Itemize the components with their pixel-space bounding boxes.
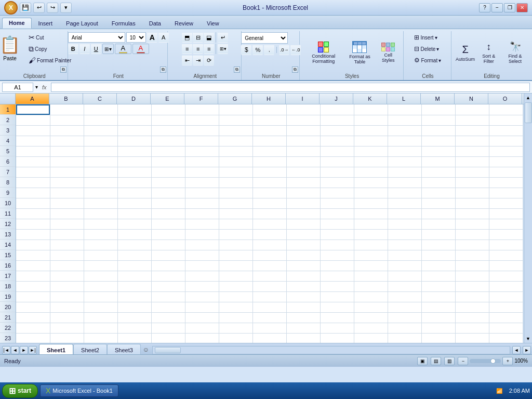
cell-G23[interactable] [219, 333, 252, 343]
cell-K4[interactable] [354, 136, 388, 146]
cell-I20[interactable] [286, 302, 320, 312]
cell-O14[interactable] [489, 240, 523, 250]
cell-L16[interactable] [388, 260, 421, 271]
cell-C10[interactable] [84, 198, 117, 208]
cell-D16[interactable] [117, 260, 151, 271]
row-header-11[interactable]: 11 [0, 208, 16, 219]
cell-E22[interactable] [151, 323, 185, 333]
cell-B8[interactable] [50, 177, 84, 188]
cell-C21[interactable] [84, 312, 117, 323]
cell-O21[interactable] [489, 312, 523, 323]
cell-J1[interactable] [320, 104, 354, 115]
cell-E19[interactable] [151, 291, 185, 302]
cell-C23[interactable] [84, 333, 117, 343]
cell-I23[interactable] [286, 333, 320, 343]
cell-I9[interactable] [286, 188, 320, 198]
cell-D22[interactable] [117, 323, 151, 333]
cell-L14[interactable] [388, 240, 421, 250]
cell-A1[interactable] [16, 104, 50, 115]
cell-L8[interactable] [388, 177, 421, 188]
cell-O13[interactable] [489, 229, 523, 240]
cell-M20[interactable] [421, 302, 455, 312]
cell-L18[interactable] [388, 281, 421, 291]
cell-H20[interactable] [252, 302, 286, 312]
cell-K10[interactable] [354, 198, 388, 208]
cell-G21[interactable] [219, 312, 252, 323]
cell-A20[interactable] [16, 302, 50, 312]
cell-N22[interactable] [455, 323, 489, 333]
cell-E18[interactable] [151, 281, 185, 291]
col-header-G[interactable]: G [218, 94, 252, 104]
row-header-10[interactable]: 10 [0, 198, 16, 208]
cell-E13[interactable] [151, 229, 185, 240]
cell-E11[interactable] [151, 208, 185, 219]
cell-A11[interactable] [16, 208, 50, 219]
page-break-view-btn[interactable]: ▥ [444, 357, 455, 365]
cell-N19[interactable] [455, 291, 489, 302]
col-header-C[interactable]: C [83, 94, 117, 104]
row-header-20[interactable]: 20 [0, 302, 16, 312]
increase-indent-btn[interactable]: ⇥ [193, 55, 203, 65]
font-color-button[interactable]: A [132, 44, 149, 54]
cell-F7[interactable] [185, 167, 219, 177]
cell-A17[interactable] [16, 271, 50, 281]
cell-M17[interactable] [421, 271, 455, 281]
cell-G5[interactable] [219, 146, 252, 156]
clipboard-expand-btn[interactable]: ⧉ [60, 66, 66, 73]
tab-insert[interactable]: Insert [32, 18, 60, 29]
cell-I21[interactable] [286, 312, 320, 323]
cell-B13[interactable] [50, 229, 84, 240]
copy-button[interactable]: ⧉Copy [26, 44, 74, 54]
cell-F3[interactable] [185, 125, 219, 136]
cell-M9[interactable] [421, 188, 455, 198]
comma-format-btn[interactable]: , [264, 45, 274, 55]
cell-M10[interactable] [421, 198, 455, 208]
col-header-L[interactable]: L [387, 94, 421, 104]
cell-M8[interactable] [421, 177, 455, 188]
cell-J7[interactable] [320, 167, 354, 177]
cell-D23[interactable] [117, 333, 151, 343]
cell-J18[interactable] [320, 281, 354, 291]
sheet-tab-3[interactable]: Sheet3 [107, 344, 141, 354]
cell-L21[interactable] [388, 312, 421, 323]
cell-N11[interactable] [455, 208, 489, 219]
alignment-expand-btn[interactable]: ⧉ [234, 66, 240, 73]
cell-G10[interactable] [219, 198, 252, 208]
cell-O16[interactable] [489, 260, 523, 271]
cell-M19[interactable] [421, 291, 455, 302]
horizontal-scrollbar[interactable] [152, 346, 510, 354]
cell-D10[interactable] [117, 198, 151, 208]
cell-N12[interactable] [455, 219, 489, 229]
align-right-btn[interactable]: ≡ [204, 44, 214, 54]
cell-M6[interactable] [421, 156, 455, 167]
cell-C17[interactable] [84, 271, 117, 281]
cell-H7[interactable] [252, 167, 286, 177]
cell-N18[interactable] [455, 281, 489, 291]
sheet-tab-2[interactable]: Sheet2 [73, 344, 107, 354]
col-header-N[interactable]: N [455, 94, 488, 104]
cell-I12[interactable] [286, 219, 320, 229]
cell-M4[interactable] [421, 136, 455, 146]
font-family-select[interactable]: Arial [68, 32, 125, 43]
cell-J3[interactable] [320, 125, 354, 136]
col-header-A[interactable]: A [16, 94, 49, 104]
cell-G18[interactable] [219, 281, 252, 291]
cell-G19[interactable] [219, 291, 252, 302]
cell-K15[interactable] [354, 250, 388, 260]
cell-I15[interactable] [286, 250, 320, 260]
cell-A21[interactable] [16, 312, 50, 323]
cell-L23[interactable] [388, 333, 421, 343]
merge-center-btn[interactable]: ⊞▾ [218, 44, 228, 54]
cell-H9[interactable] [252, 188, 286, 198]
cell-C8[interactable] [84, 177, 117, 188]
sheet-last-btn[interactable]: ►| [29, 346, 37, 354]
cell-H17[interactable] [252, 271, 286, 281]
cell-H1[interactable] [252, 104, 286, 115]
cell-K20[interactable] [354, 302, 388, 312]
cell-G13[interactable] [219, 229, 252, 240]
cell-F9[interactable] [185, 188, 219, 198]
tab-view[interactable]: View [200, 18, 226, 29]
number-format-select[interactable]: General [241, 32, 288, 44]
find-select-button[interactable]: 🔭 Find & Select [502, 39, 528, 66]
cell-O18[interactable] [489, 281, 523, 291]
